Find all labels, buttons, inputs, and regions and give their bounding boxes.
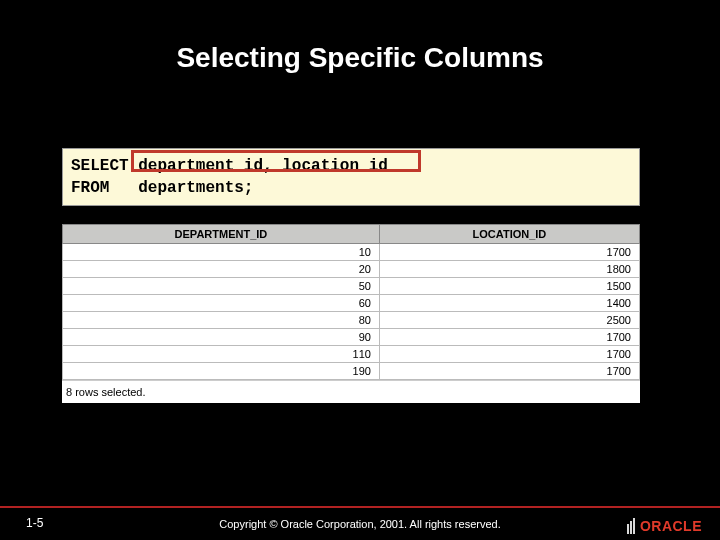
cell: 110	[63, 346, 380, 363]
cell: 2500	[379, 312, 639, 329]
sql-keyword-select: SELECT	[71, 157, 138, 175]
table-row: 501500	[63, 278, 640, 295]
table-row: 201800	[63, 261, 640, 278]
cell: 80	[63, 312, 380, 329]
cell: 60	[63, 295, 380, 312]
sql-keyword-from: FROM	[71, 179, 138, 197]
copyright-text: Copyright © Oracle Corporation, 2001. Al…	[0, 518, 720, 530]
rows-selected-label: 8 rows selected.	[62, 380, 640, 403]
cell: 190	[63, 363, 380, 380]
footer: 1-5 Copyright © Oracle Corporation, 2001…	[0, 506, 720, 540]
cell: 1400	[379, 295, 639, 312]
col-header-location-id: LOCATION_ID	[379, 225, 639, 244]
cell: 20	[63, 261, 380, 278]
cell: 90	[63, 329, 380, 346]
sql-table-name: departments;	[138, 179, 253, 197]
cell: 10	[63, 244, 380, 261]
table-row: 1901700	[63, 363, 640, 380]
table-row: 1101700	[63, 346, 640, 363]
cell: 1700	[379, 346, 639, 363]
slide-title: Selecting Specific Columns	[0, 42, 720, 74]
cell: 1700	[379, 329, 639, 346]
result-table: DEPARTMENT_ID LOCATION_ID 101700 201800 …	[62, 224, 640, 380]
cell: 1800	[379, 261, 639, 278]
cell: 1700	[379, 244, 639, 261]
cell: 1700	[379, 363, 639, 380]
col-header-department-id: DEPARTMENT_ID	[63, 225, 380, 244]
table-row: 101700	[63, 244, 640, 261]
table-row: 802500	[63, 312, 640, 329]
sql-code-block: SELECT department_id, location_id FROM d…	[62, 148, 640, 206]
cell: 1500	[379, 278, 639, 295]
slide: Selecting Specific Columns SELECT depart…	[0, 0, 720, 540]
table-row: 601400	[63, 295, 640, 312]
sql-column-list: department_id, location_id	[138, 157, 388, 175]
cell: 50	[63, 278, 380, 295]
table-row: 901700	[63, 329, 640, 346]
oracle-logo: ORACLE	[627, 518, 702, 534]
logo-bars-icon	[627, 518, 635, 534]
result-panel: DEPARTMENT_ID LOCATION_ID 101700 201800 …	[62, 224, 640, 403]
logo-text: ORACLE	[640, 518, 702, 534]
